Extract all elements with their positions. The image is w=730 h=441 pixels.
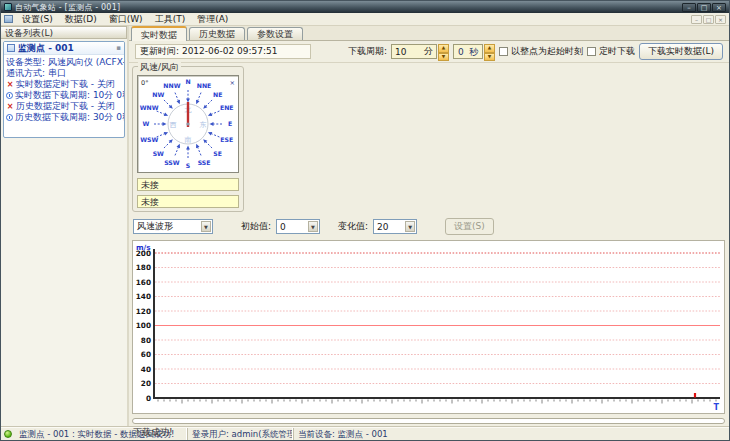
waveform-select[interactable]: 风速波形 ▼ — [133, 219, 213, 234]
compass-rose: NNNENEENEEESESESSESSSWSWWSWWWNWNWNNW北南东西… — [138, 76, 238, 172]
device-panel-header[interactable]: 监测点 - 001 ▪ — [4, 42, 124, 55]
device-info-line: 历史数据下载周期: 30分 0秒 — [6, 112, 122, 123]
initial-value-label: 初始值: — [241, 220, 271, 233]
mdi-child-icon[interactable] — [4, 15, 13, 23]
close-icon[interactable]: × — [712, 3, 726, 12]
tab-bar: 实时数据历史数据参数设置 — [129, 26, 729, 41]
time-axis-marker: T — [714, 403, 720, 412]
toolbar: 更新时间: 2012-06-02 09:57:51 下载周期: 10 分 ▲ ▼… — [129, 41, 729, 63]
status-device: 当前设备: 监测点 - 001 — [293, 428, 729, 440]
y-axis-unit-label: m/s — [136, 243, 151, 252]
y-axis-tick-label: 40 — [141, 365, 151, 374]
maximize-icon[interactable]: □ — [697, 3, 711, 12]
app-window: 自动气象站 - [监测点 - 001] – □ × 设置(S)数据(D)窗口(W… — [0, 0, 730, 441]
spin-up-icon[interactable]: ▲ — [484, 44, 495, 53]
compass-direction-label: SSE — [198, 159, 211, 166]
sidebar: 设备列表(L) 监测点 - 001 ▪ 设备类型: 风速风向仪 (ACFX-4)… — [1, 26, 129, 426]
mdi-minimize-icon[interactable]: – — [691, 15, 702, 24]
download-realtime-button[interactable]: 下载实时数据(L) — [639, 43, 723, 60]
y-axis-tick-label: 160 — [136, 278, 151, 287]
compass-direction-label: N — [185, 78, 190, 85]
waveform-select-value: 风速波形 — [137, 220, 173, 233]
compass-direction-label: NW — [152, 91, 164, 98]
initial-value: 0 — [280, 222, 286, 232]
compass-direction-label: NNE — [197, 82, 212, 89]
device-panel[interactable]: 监测点 - 001 ▪ 设备类型: 风速风向仪 (ACFX-4)通讯方式: 串口… — [3, 41, 125, 138]
checkbox-scheduled-download[interactable]: 定时下载 — [587, 45, 635, 58]
checkbox-icon[interactable] — [499, 47, 508, 56]
minutes-unit: 分 — [424, 45, 433, 58]
wind-direction-value: 未接 — [141, 197, 159, 207]
seconds-unit: 秒 — [469, 46, 478, 58]
compass-direction-label: NNW — [163, 82, 180, 89]
minutes-field[interactable]: 10 分 — [391, 44, 437, 59]
spin-down-icon[interactable]: ▼ — [484, 53, 495, 62]
checkbox-start-on-hour[interactable]: 以整点为起始时刻 — [499, 45, 583, 58]
y-axis-tick-label: 100 — [136, 321, 151, 330]
chevron-down-icon[interactable]: ▼ — [405, 221, 415, 232]
device-info-text: 历史数据下载周期: 30分 0秒 — [15, 111, 125, 124]
compass-direction-label: SW — [153, 150, 164, 157]
menu-bar: 设置(S)数据(D)窗口(W)工具(T)管理(A) – □ × — [1, 13, 729, 26]
disabled-x-icon: × — [6, 80, 14, 89]
mdi-close-icon[interactable]: × — [715, 15, 726, 24]
waveform-chart: 020406080100120140160180200m/sT — [132, 240, 725, 414]
spin-up-icon[interactable]: ▲ — [438, 44, 449, 53]
compass-center-label: 东 — [200, 121, 207, 129]
minutes-value: 10 — [395, 47, 406, 57]
seconds-field[interactable]: 0 秒 — [453, 44, 483, 59]
menu-item-2[interactable]: 窗口(W) — [104, 12, 148, 27]
wind-compass: NNNENEENEEESESESSESSSWSWWSWWWNWNWNNW北南东西… — [137, 75, 239, 173]
seconds-spinner[interactable]: ▲ ▼ — [484, 44, 495, 59]
update-time-box: 更新时间: 2012-06-02 09:57:51 — [135, 44, 311, 59]
download-status-text: 下载成功! — [133, 426, 173, 439]
device-list-header[interactable]: 设备列表(L) — [1, 26, 127, 39]
menu-item-3[interactable]: 工具(T) — [150, 12, 191, 27]
change-value: 20 — [377, 222, 388, 232]
app-icon — [4, 3, 12, 11]
wind-direction-field: 未接 — [137, 195, 239, 208]
device-info-list: 设备类型: 风速风向仪 (ACFX-4)通讯方式: 串口×实时数据定时下载 - … — [4, 55, 124, 125]
menu-item-1[interactable]: 数据(D) — [60, 12, 102, 27]
window-controls: – □ × — [682, 3, 726, 12]
mdi-window-buttons: – □ × — [691, 15, 726, 24]
status-dot-icon — [4, 430, 12, 438]
compass-direction-label: NE — [213, 91, 222, 98]
checkbox-icon[interactable] — [587, 47, 596, 56]
checkbox-scheduled-label: 定时下载 — [599, 45, 635, 58]
menu-item-0[interactable]: 设置(S) — [17, 12, 58, 27]
tab-2[interactable]: 参数设置 — [247, 27, 303, 40]
chart-canvas: 020406080100120140160180200m/sT — [133, 241, 724, 413]
pin-icon[interactable]: ▪ — [116, 44, 121, 52]
wind-speed-value: 未接 — [141, 180, 159, 190]
compass-center-label: 西 — [170, 121, 177, 129]
settings-button[interactable]: 设置(S) — [445, 218, 494, 235]
initial-value-select[interactable]: 0 ▼ — [276, 219, 320, 234]
chevron-down-icon[interactable]: ▼ — [308, 221, 318, 232]
tab-1[interactable]: 历史数据 — [189, 27, 245, 40]
y-axis-tick-label: 20 — [141, 379, 151, 388]
tab-0[interactable]: 实时数据 — [131, 26, 187, 41]
change-value-select[interactable]: 20 ▼ — [373, 219, 417, 234]
compass-direction-label: ESE — [220, 136, 233, 143]
mdi-restore-icon[interactable]: □ — [703, 15, 714, 24]
compass-direction-label: E — [228, 120, 232, 127]
compass-direction-label: W — [143, 120, 150, 127]
chevron-down-icon[interactable]: ▼ — [201, 221, 211, 232]
disabled-x-icon: × — [6, 102, 14, 111]
download-controls: 下载周期: 10 分 ▲ ▼ 0 秒 ▲ ▼ — [348, 43, 723, 60]
chart-controls: 风速波形 ▼ 初始值: 0 ▼ 变化值: 20 ▼ — [133, 218, 494, 235]
update-time-value: 2012-06-02 09:57:51 — [182, 46, 278, 56]
spin-down-icon[interactable]: ▼ — [438, 53, 449, 62]
compass-corner-mark: × — [230, 79, 235, 87]
compass-center-label: 南 — [185, 136, 192, 144]
minimize-icon[interactable]: – — [682, 3, 696, 12]
progress-bar — [132, 418, 725, 424]
seconds-value: 0 — [458, 46, 464, 58]
minutes-spinner[interactable]: ▲ ▼ — [438, 44, 449, 59]
wind-speed-field: 未接 — [137, 178, 239, 191]
menu-item-4[interactable]: 管理(A) — [192, 12, 233, 27]
y-axis-tick-label: 80 — [141, 336, 151, 345]
update-time-label: 更新时间: — [140, 46, 179, 56]
compass-direction-label: SSW — [164, 159, 180, 166]
